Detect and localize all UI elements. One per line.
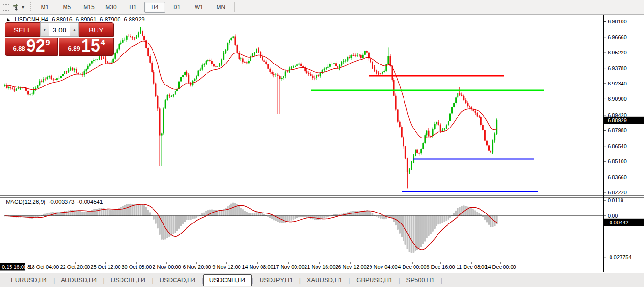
symbol-tab-GBPUSD[interactable]: GBPUSD,H1: [350, 275, 398, 286]
macd-histogram-bar: [242, 210, 244, 216]
svg-text:14 Dec 00:00: 14 Dec 00:00: [485, 264, 516, 270]
one-click-trading-panel: SELL ▼ 3.00 ▲ BUY 6.88 92 9 6.89 15 4: [5, 22, 114, 56]
macd-histogram-bar: [397, 216, 399, 230]
macd-histogram-bar: [453, 213, 455, 216]
symbol-tab-USDCNH[interactable]: USDCNH,H4: [203, 274, 252, 286]
symbol-tab-USDJPY[interactable]: USDJPY,H1: [253, 275, 299, 286]
timeframe-button-D1[interactable]: D1: [166, 2, 187, 13]
macd-histogram-bar: [244, 211, 246, 216]
macd-histogram-bar: [134, 204, 135, 216]
macd-histogram-bar: [422, 216, 424, 244]
macd-histogram-bar: [204, 213, 205, 216]
macd-histogram-bar: [105, 209, 106, 216]
macd-histogram-bar: [380, 216, 381, 218]
macd-histogram-bar: [289, 216, 290, 221]
sell-price-pips: 92: [26, 38, 45, 54]
macd-histogram-bar: [449, 216, 451, 217]
macd-histogram-bar: [250, 213, 251, 216]
macd-histogram-bar: [145, 207, 147, 216]
candle: [118, 43, 120, 50]
macd-histogram-bar: [372, 213, 373, 216]
sell-button[interactable]: SELL: [5, 22, 40, 37]
svg-text:18 Oct 04:00: 18 Oct 04:00: [29, 264, 59, 270]
candle: [267, 64, 269, 69]
chart-title: USDCNH,H4 6.88016 6.89061 6.87900 6.8892…: [7, 16, 145, 23]
symbol-tab-AUDUSD[interactable]: AUDUSD,H4: [55, 275, 103, 286]
macd-histogram-bar: [109, 210, 110, 216]
symbol-tab-USDCHF[interactable]: USDCHF,H4: [105, 275, 152, 286]
svg-text:6.92340: 6.92340: [608, 81, 627, 86]
macd-histogram-bar: [206, 211, 207, 216]
timeframe-button-H4[interactable]: H4: [144, 2, 165, 13]
macd-histogram-bar: [248, 213, 250, 216]
svg-text:25 Oct 12:00: 25 Oct 12:00: [91, 264, 121, 270]
macd-histogram-bar: [86, 212, 87, 216]
macd-histogram-bar: [368, 211, 370, 216]
macd-histogram-bar: [426, 216, 427, 238]
top-toolbar: ▼ M1M5M15M30H1H4D1W1MN: [0, 0, 644, 15]
arrange-windows-icon[interactable]: [11, 3, 20, 11]
macd-histogram-bar: [409, 216, 410, 252]
volume-decrease-button[interactable]: ▼: [40, 23, 49, 36]
macd-histogram-bar: [47, 213, 48, 216]
macd-histogram-bar: [51, 213, 52, 216]
macd-histogram-bar: [306, 216, 307, 218]
macd-histogram-bar: [296, 216, 298, 218]
volume-increase-button[interactable]: ▲: [70, 23, 79, 36]
macd-histogram-bar: [403, 216, 404, 241]
candle: [496, 118, 497, 135]
svg-text:6.95220: 6.95220: [608, 50, 627, 55]
macd-histogram-bar: [473, 210, 474, 216]
candle: [145, 40, 147, 49]
timeframe-button-M30[interactable]: M30: [100, 2, 121, 13]
macd-histogram-bar: [471, 209, 472, 216]
timeframe-button-MN[interactable]: MN: [210, 2, 231, 13]
macd-histogram-bar: [322, 216, 323, 219]
macd-histogram-bar: [440, 216, 441, 223]
svg-text:6.88929: 6.88929: [608, 117, 627, 123]
symbol-tab-XAUUSD[interactable]: XAUUSD,H1: [301, 275, 349, 286]
macd-histogram-bar: [256, 212, 257, 216]
timeframe-button-H1[interactable]: H1: [122, 2, 143, 13]
macd-histogram-bar: [149, 213, 151, 216]
macd-histogram-bar: [229, 205, 230, 216]
macd-signal-value: -0.004541: [77, 199, 103, 205]
buy-price-point: 4: [101, 39, 105, 47]
macd-histogram-bar: [269, 216, 271, 218]
macd-histogram-bar: [291, 216, 292, 220]
macd-histogram-bar: [469, 208, 470, 216]
sell-price-display[interactable]: 6.88 92 9: [5, 38, 58, 56]
toolbar-grip[interactable]: [29, 2, 33, 12]
svg-text:14 Nov 08:00: 14 Nov 08:00: [242, 264, 273, 270]
symbol-tab-SP500[interactable]: SP500,H1: [400, 275, 441, 286]
buy-price-display[interactable]: 6.89 15 4: [59, 38, 114, 56]
macd-histogram-bar: [130, 204, 131, 216]
symbol-tab-EURUSD[interactable]: EURUSD,H4: [5, 275, 53, 286]
macd-histogram-bar: [143, 206, 145, 216]
timeframe-button-W1[interactable]: W1: [188, 2, 209, 13]
macd-histogram-bar: [420, 216, 422, 247]
macd-histogram-bar: [477, 212, 478, 216]
macd-histogram-bar: [190, 216, 191, 220]
chart-shift-icon[interactable]: [7, 18, 11, 21]
svg-text:11 Dec 08:00: 11 Dec 08:00: [457, 264, 488, 270]
arrange-windows-glyph: [12, 3, 20, 11]
timeframe-button-M1[interactable]: M1: [34, 2, 55, 13]
macd-histogram-bar: [95, 209, 97, 216]
macd-histogram-bar: [353, 211, 354, 216]
timeframe-button-M15[interactable]: M15: [78, 2, 99, 13]
macd-histogram-bar: [184, 216, 186, 222]
volume-input[interactable]: 3.00: [49, 23, 70, 36]
dropdown-caret-icon[interactable]: ▼: [21, 5, 25, 10]
buy-price-base: 6.89: [68, 45, 80, 52]
chart-window[interactable]: 6.981006.966606.952206.937806.923406.909…: [0, 14, 644, 273]
timeframe-button-M5[interactable]: M5: [56, 2, 77, 13]
macd-histogram-bar: [283, 216, 284, 223]
buy-button[interactable]: BUY: [79, 22, 114, 37]
macd-histogram-bar: [461, 206, 462, 216]
cursor-tool-icon[interactable]: [1, 3, 10, 11]
macd-histogram-bar: [434, 216, 436, 229]
macd-histogram-bar: [93, 210, 95, 216]
macd-histogram-bar: [110, 211, 112, 216]
symbol-tab-USDCAD[interactable]: USDCAD,H4: [153, 275, 202, 286]
